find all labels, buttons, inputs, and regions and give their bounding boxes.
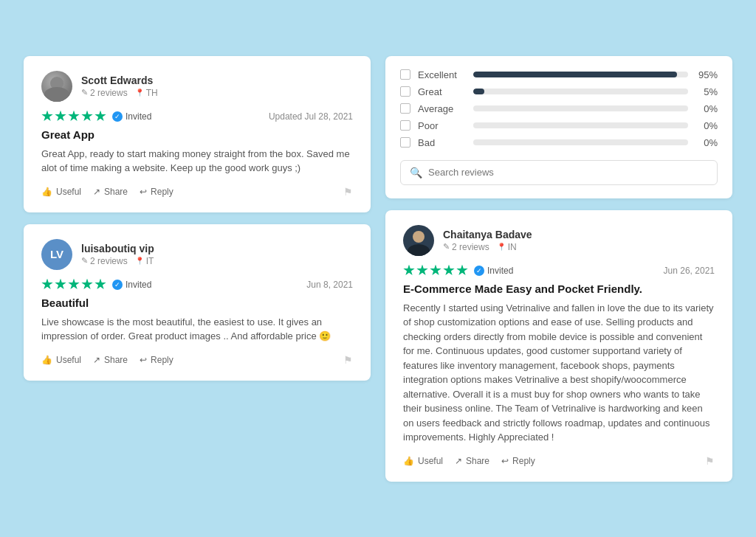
reviews-icon-luis: ✎ (81, 256, 88, 266)
star-4 (81, 111, 93, 122)
reply-button-scott[interactable]: ↩ Reply (140, 187, 173, 197)
review-body-scott: Great App, ready to start making money s… (41, 147, 353, 176)
reviews-count-scott: ✎ 2 reviews (81, 88, 128, 98)
user-info-chaitanya: Chaitanya Badave ✎ 2 reviews 📍 IN (443, 229, 532, 252)
check-icon-scott: ✓ (112, 111, 123, 122)
review-actions-scott: 👍 Useful ↗ Share ↩ Reply ⚑ (41, 186, 353, 198)
flag-icon-scott[interactable]: ⚑ (343, 186, 353, 198)
invited-badge-luis: ✓ Invited (112, 280, 151, 290)
review-title-scott: Great App (41, 128, 353, 141)
bar-pct-great: 5% (695, 86, 718, 97)
reviews-count-chaitanya: ✎ 2 reviews (443, 242, 489, 252)
star-c4 (443, 265, 455, 277)
star-3 (68, 111, 80, 122)
share-button-chaitanya[interactable]: ↗ Share (455, 456, 489, 466)
review-date-scott: Updated Jul 28, 2021 (269, 111, 353, 122)
star-c1 (403, 265, 415, 277)
review-body-luis: Live showcase is the most beautiful, the… (41, 315, 353, 344)
bar-label-bad: Bad (418, 137, 466, 148)
action-group-luis: 👍 Useful ↗ Share ↩ Reply (41, 355, 173, 365)
review-date-luis: Jun 8, 2021 (306, 280, 353, 290)
user-row-chaitanya: Chaitanya Badave ✎ 2 reviews 📍 IN (403, 225, 715, 256)
star-2 (55, 111, 66, 122)
rating-bars-card: Excellent 95% Great 5% Average (385, 56, 732, 198)
avatar-chaitanya (403, 225, 434, 256)
user-meta-luis: ✎ 2 reviews 📍 IT (81, 256, 154, 266)
star-c2 (416, 265, 428, 277)
review-card-chaitanya: Chaitanya Badave ✎ 2 reviews 📍 IN (385, 210, 732, 482)
review-card-luis: LV luisaboutiq vip ✎ 2 reviews 📍 IT (24, 224, 371, 381)
reply-icon-luis: ↩ (140, 355, 147, 365)
avatar-scott (41, 71, 72, 102)
useful-icon-luis: 👍 (41, 355, 52, 365)
bar-fill-great (473, 89, 484, 94)
flag-icon-chaitanya[interactable]: ⚑ (705, 455, 715, 467)
check-icon-chaitanya: ✓ (474, 266, 484, 276)
stars-luis (41, 279, 106, 291)
bar-pct-bad: 0% (695, 137, 718, 148)
star-l3 (68, 279, 80, 291)
review-header-left-scott: ✓ Invited (41, 111, 151, 122)
search-input[interactable] (428, 167, 708, 178)
share-button-scott[interactable]: ↗ Share (93, 187, 128, 197)
bar-track-bad (473, 139, 688, 145)
checkbox-poor[interactable] (400, 120, 410, 131)
review-title-luis: Beautiful (41, 297, 353, 309)
useful-button-scott[interactable]: 👍 Useful (41, 187, 81, 197)
user-row-luis: LV luisaboutiq vip ✎ 2 reviews 📍 IT (41, 239, 353, 270)
user-meta-chaitanya: ✎ 2 reviews 📍 IN (443, 242, 532, 252)
invited-badge-scott: ✓ Invited (112, 111, 151, 122)
review-header-chaitanya: ✓ Invited Jun 26, 2021 (403, 265, 715, 277)
checkbox-excellent[interactable] (400, 69, 410, 80)
bar-track-poor (473, 122, 688, 128)
location-icon-chaitanya: 📍 (497, 243, 506, 251)
bar-pct-excellent: 95% (695, 69, 718, 80)
share-button-luis[interactable]: ↗ Share (93, 355, 128, 365)
invited-badge-chaitanya: ✓ Invited (474, 266, 513, 276)
user-name-chaitanya: Chaitanya Badave (443, 229, 532, 240)
right-column: Excellent 95% Great 5% Average (385, 56, 732, 482)
checkbox-bad[interactable] (400, 137, 410, 148)
review-header-left-luis: ✓ Invited (41, 279, 151, 291)
bar-row-bad: Bad 0% (400, 137, 718, 148)
bar-pct-poor: 0% (695, 120, 718, 131)
bar-fill-excellent (473, 72, 677, 77)
user-name-luis: luisaboutiq vip (81, 243, 154, 254)
review-card-scott: Scott Edwards ✎ 2 reviews 📍 TH (24, 56, 371, 212)
stars-chaitanya (403, 265, 468, 277)
action-group-scott: 👍 Useful ↗ Share ↩ Reply (41, 187, 173, 197)
useful-icon-scott: 👍 (41, 187, 52, 197)
bar-row-poor: Poor 0% (400, 120, 718, 131)
checkbox-average[interactable] (400, 103, 410, 114)
action-group-chaitanya: 👍 Useful ↗ Share ↩ Reply (403, 456, 535, 466)
checkbox-great[interactable] (400, 86, 410, 97)
useful-button-chaitanya[interactable]: 👍 Useful (403, 456, 443, 466)
star-l4 (81, 279, 93, 291)
user-info-scott: Scott Edwards ✎ 2 reviews 📍 TH (81, 75, 158, 98)
bar-track-great (473, 89, 688, 94)
star-c3 (430, 265, 441, 277)
location-icon-scott: 📍 (135, 89, 144, 97)
review-actions-luis: 👍 Useful ↗ Share ↩ Reply ⚑ (41, 354, 353, 366)
stars-scott (41, 111, 106, 122)
reply-button-luis[interactable]: ↩ Reply (140, 355, 173, 365)
location-icon-luis: 📍 (135, 257, 144, 265)
search-box: 🔍 (400, 160, 718, 185)
avatar-luis: LV (41, 239, 72, 270)
star-5 (94, 111, 106, 122)
reply-icon-chaitanya: ↩ (501, 456, 509, 466)
star-c5 (456, 265, 468, 277)
bar-label-average: Average (418, 103, 466, 114)
useful-button-luis[interactable]: 👍 Useful (41, 355, 81, 365)
bar-row-excellent: Excellent 95% (400, 69, 718, 80)
reviews-icon-scott: ✎ (81, 88, 88, 97)
user-meta-scott: ✎ 2 reviews 📍 TH (81, 88, 158, 98)
flag-icon-luis[interactable]: ⚑ (343, 354, 353, 366)
review-body-chaitanya: Recently I started using Vetrinalive and… (403, 301, 715, 445)
share-icon-chaitanya: ↗ (455, 456, 462, 466)
bar-track-average (473, 105, 688, 111)
share-icon-scott: ↗ (93, 187, 100, 197)
reply-button-chaitanya[interactable]: ↩ Reply (501, 456, 535, 466)
bar-track-excellent (473, 72, 688, 77)
useful-icon-chaitanya: 👍 (403, 456, 414, 466)
